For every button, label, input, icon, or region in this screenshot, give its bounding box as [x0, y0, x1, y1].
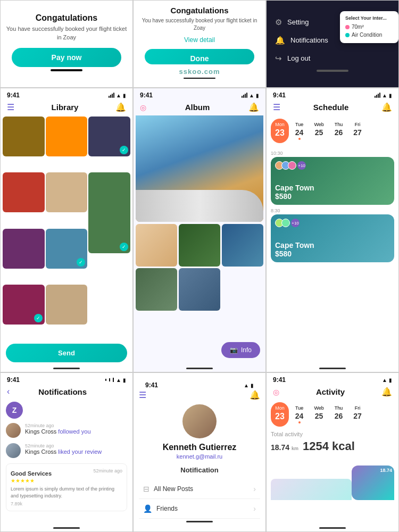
clock: 9:41 [7, 92, 20, 99]
menu-icon[interactable]: ☰ [139, 390, 146, 400]
notif-option-all-posts[interactable]: ⊟ All New Posts › [139, 479, 260, 499]
schedule-card-2[interactable]: +10 Cape Town $580 [271, 214, 394, 262]
bell-icon[interactable]: 🔔 [381, 387, 392, 397]
avatar-z: Z [6, 402, 23, 419]
congrats-subtitle-2: You have successfully booked your flight… [139, 17, 260, 32]
send-button[interactable]: Send [6, 344, 127, 362]
date-pill-mon[interactable]: Mon 23 [271, 119, 289, 143]
section-title: Notification [139, 466, 260, 474]
done-button[interactable]: Done [145, 49, 254, 64]
status-bar: 9:41 ▲ ▮ [267, 373, 398, 385]
home-indicator [51, 69, 82, 71]
activity-chart: 18.74 [271, 458, 394, 500]
avatars-group: +10 [275, 161, 306, 170]
photo-thumb[interactable]: ✓ [88, 117, 130, 156]
bell-icon[interactable]: 🔔 [250, 390, 260, 400]
battery-icon: ▮ [389, 93, 392, 98]
schedule-card-1[interactable]: +10 Cape Town $580 [271, 157, 394, 205]
signal-icon [242, 93, 247, 98]
home-indicator [186, 368, 213, 369]
schedule-cell: 9:41 ▲ ▮ ☰ Schedule 🔔 Mon 23 [266, 88, 399, 372]
notif-option-friends[interactable]: 👤 Friends › [139, 499, 260, 519]
menu-icon[interactable]: ☰ [7, 102, 14, 112]
check-badge: ✓ [120, 243, 128, 251]
photo-thumb[interactable] [46, 172, 88, 212]
bell-icon: 🔔 [275, 36, 285, 45]
date-pill-wed[interactable]: Web 25 [310, 119, 328, 143]
status-icons: ▲ ▮ [109, 93, 126, 98]
status-bar: 9:41 ▲ ▮ [267, 88, 398, 100]
wifi-icon: ▲ [382, 93, 387, 98]
date-pill-thu[interactable]: Thu 26 [330, 119, 347, 143]
date-pill-mon[interactable]: Mon 23 [271, 402, 289, 427]
home-indicator [186, 521, 213, 522]
popup-row-2: Air Condition [345, 31, 393, 39]
notification-item-1: 52minute ago Kings Cross followed you [6, 423, 127, 438]
status-icons: ▲ ▮ [382, 377, 392, 383]
photo-thumb[interactable] [3, 172, 45, 212]
plane-wing [136, 190, 263, 222]
album-thumb[interactable] [222, 224, 263, 267]
back-icon[interactable]: ‹ [7, 387, 10, 396]
profile-name: Kenneth Gutierrez [163, 443, 237, 452]
photo-thumb[interactable]: ✓ [46, 229, 88, 269]
album-thumb[interactable] [179, 268, 220, 311]
bell-icon[interactable]: 🔔 [115, 102, 126, 112]
teal-dot-icon [345, 33, 350, 37]
clock: 9:41 [7, 376, 20, 384]
photo-icon[interactable]: ◎ [140, 103, 146, 112]
avatar [281, 219, 290, 227]
wifi-icon: ▲ [249, 93, 254, 98]
wifi-icon: ▲ [382, 377, 387, 383]
photo-thumb[interactable]: ✓ [88, 172, 130, 253]
signal-icon [109, 93, 114, 98]
menu-icon[interactable]: ☰ [273, 102, 280, 112]
total-label: Total activity [271, 431, 394, 437]
view-detail-link[interactable]: View detail [184, 36, 215, 44]
clock: 9:41 [140, 92, 153, 99]
home-indicator [317, 70, 348, 72]
nav-bar: ☰ Schedule 🔔 [267, 100, 398, 115]
card-count: 7.89k [11, 501, 122, 506]
chart-wave [271, 479, 352, 500]
logout-item[interactable]: ↪ Log out [275, 49, 390, 68]
date-pill-thu[interactable]: Thu 26 [330, 402, 347, 427]
album-cell: 9:41 ▲ ▮ ◎ Album 🔔 [133, 88, 266, 372]
photo-thumb[interactable] [3, 117, 45, 156]
activity-stats: Total activity 18.74 km 1254 kcal 18.74 [267, 429, 398, 525]
album-thumb[interactable] [179, 224, 220, 267]
bell-icon[interactable]: 🔔 [381, 102, 392, 112]
photo-thumb[interactable]: ✓ [3, 285, 45, 325]
date-pill-fri[interactable]: Fri 27 [349, 402, 366, 427]
page-title: Album [185, 103, 210, 112]
congrats-pay-cell: Congatulations You have successfully boo… [0, 0, 133, 88]
total-numbers: 18.74 km 1254 kcal [271, 439, 394, 453]
wifi-icon: ▲ [244, 383, 249, 388]
card-price: $580 [275, 192, 390, 201]
clock: 9:41 [145, 381, 158, 389]
date-pill-fri[interactable]: Fri 27 [349, 119, 366, 143]
wifi-icon: ▲ [116, 377, 121, 383]
congrats-title-2: Congatulations [170, 6, 228, 15]
check-badge: ✓ [77, 258, 85, 267]
album-thumbnails [134, 222, 265, 313]
photo-thumb[interactable] [46, 117, 88, 156]
date-pill-wed[interactable]: Web 25 [310, 402, 328, 427]
date-pill-tue[interactable]: Tue 24 [291, 402, 308, 427]
card-title: Cape Town [275, 184, 390, 192]
info-button[interactable]: 📷 Info [221, 342, 260, 358]
photo-icon[interactable]: ◎ [273, 388, 279, 396]
status-icons: ▲ ▮ [244, 383, 254, 388]
date-pill-tue[interactable]: Tue 24 [291, 119, 308, 143]
photo-thumb[interactable] [46, 285, 88, 325]
page-title: Schedule [313, 103, 349, 112]
album-thumb[interactable] [136, 224, 177, 267]
photo-thumb[interactable] [3, 229, 45, 269]
home-indicator [184, 78, 215, 79]
bell-icon[interactable]: 🔔 [248, 102, 259, 112]
clock: 9:41 [273, 376, 286, 384]
pay-now-button[interactable]: Pay now [12, 48, 121, 67]
congrats-title-1: Congatulations [36, 13, 97, 23]
battery-icon: ▮ [251, 383, 254, 388]
album-thumb[interactable] [136, 268, 177, 311]
